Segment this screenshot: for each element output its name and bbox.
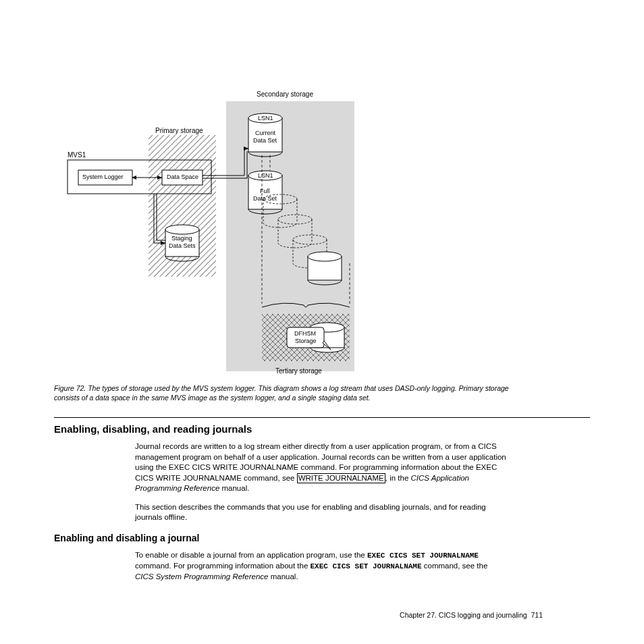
section-divider (54, 417, 590, 418)
full-label-1: Full (260, 188, 270, 194)
current-label-2: Data Set (253, 137, 277, 144)
link-write-journalname[interactable]: WRITE JOURNALNAME (297, 473, 385, 483)
primary-storage-label: Primary storage (155, 127, 203, 134)
lsn1-a-label: LSN1 (258, 115, 273, 122)
svg-point-23 (308, 252, 342, 261)
dfhsm-label-1: DFHSM (294, 330, 316, 337)
lsn1-b-label: LSN1 (258, 172, 273, 179)
page-footer: Chapter 27. CICS logging and journaling … (400, 611, 543, 619)
mvs1-label: MVS1 (68, 151, 86, 159)
staging-label-2: Data Sets (169, 242, 196, 249)
paragraph-enable-disable: To enable or disable a journal from an a… (135, 550, 506, 582)
system-logger-label: System Logger (82, 173, 124, 180)
staging-label-1: Staging (171, 235, 192, 242)
figure-caption: Figure 72. The types of storage used by … (54, 383, 527, 402)
svg-point-8 (165, 225, 199, 234)
current-label-1: Current (255, 130, 275, 136)
paragraph-section-describes: This section describes the commands that… (135, 502, 506, 523)
full-label-2: Data Set (253, 195, 277, 202)
tertiary-storage-label: Tertiary storage (275, 367, 322, 375)
dfhsm-label-2: Storage (295, 338, 317, 344)
section-heading-enable-disable: Enabling and disabling a journal (54, 533, 590, 543)
data-space-label: Data Space (167, 173, 198, 180)
secondary-storage-label: Secondary storage (257, 90, 313, 98)
storage-diagram: Secondary storage Primary storage MVS1 S… (68, 88, 351, 378)
paragraph-journal-records: Journal records are written to a log str… (135, 441, 506, 494)
section-heading-enable-disable-read: Enabling, disabling, and reading journal… (54, 423, 590, 435)
